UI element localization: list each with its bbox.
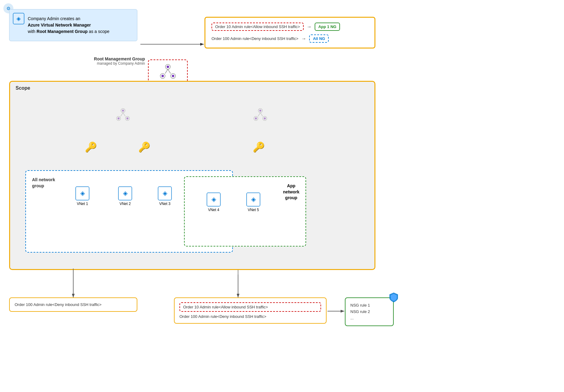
- svg-point-41: [118, 117, 120, 120]
- svg-line-31: [168, 69, 171, 74]
- svg-point-49: [255, 117, 257, 120]
- vnet4-item: ◈ VNet 4: [203, 192, 224, 212]
- key-icon-2: 🔑: [138, 141, 150, 153]
- nsg-rule1: NSG rule 1: [350, 302, 388, 309]
- app1-ng-badge: App 1 NG: [315, 23, 340, 31]
- svg-line-47: [260, 113, 263, 116]
- scope-label: Scope: [16, 85, 30, 91]
- svg-line-30: [165, 69, 168, 74]
- vnet5-icon: ◈: [246, 192, 261, 207]
- root-mg-icon: [157, 63, 179, 81]
- key-icon-1: 🔑: [85, 141, 97, 153]
- svg-point-34: [172, 75, 174, 77]
- vnet2-icon: ◈: [118, 186, 132, 201]
- svg-text:◈: ◈: [16, 16, 21, 22]
- rule2-text: Order 100 Admin rule<Deny inbound SSH tr…: [212, 36, 298, 41]
- vnet1-label: VNet 1: [72, 202, 93, 206]
- company-admin-text: Company Admin creates an Azure Virtual N…: [28, 16, 131, 35]
- svg-point-42: [126, 117, 128, 120]
- svg-point-48: [259, 110, 262, 112]
- scope-box: Scope: [9, 81, 375, 270]
- rule1-arrow: →: [307, 24, 312, 30]
- bottom-right-rule2-text: Order 100 Admin rule<Deny inbound SSH tr…: [179, 314, 266, 319]
- right-mg-svg: [251, 106, 269, 124]
- svg-point-50: [264, 117, 266, 120]
- svg-line-39: [123, 113, 125, 116]
- svg-text:◈: ◈: [163, 190, 168, 196]
- vnet5-label: VNet 5: [243, 208, 264, 212]
- company-admin-line1: Company Admin creates an: [28, 16, 80, 21]
- vnet3-item: ◈ VNet 3: [154, 186, 175, 206]
- svg-point-40: [122, 110, 124, 112]
- all-ng-badge: All NG: [309, 34, 329, 43]
- company-admin-bold2: Root Management Group: [37, 29, 88, 34]
- vnet4-label: VNet 4: [203, 208, 224, 212]
- bottom-right-rule1-text: Order 10 Admin rule<Allow inbound SSH tr…: [183, 305, 268, 309]
- company-admin-bold1: Azure Virtual Network Manager: [28, 23, 91, 27]
- top-rules-box: Order 10 Admin rule<Allow inbound SSH tr…: [204, 17, 375, 49]
- root-mg-sublabel: managed by Company Admin: [89, 61, 145, 66]
- azure-icon: ◈: [13, 13, 25, 25]
- rule-line-1: Order 10 Admin rule<Allow inbound SSH tr…: [212, 23, 368, 31]
- svg-text:◈: ◈: [251, 196, 256, 203]
- diagram-container: ⚙ ◈ Company Admin creates an Azure Virtu…: [0, 0, 564, 392]
- app-ng-box: Appnetworkgroup ◈ VNet 4 ◈ VNet 5: [184, 176, 306, 246]
- all-ng-label: All network group: [32, 177, 56, 189]
- bottom-right-rule1: Order 10 Admin rule<Allow inbound SSH tr…: [179, 302, 321, 312]
- company-admin-line2: with: [28, 29, 35, 34]
- vnet2-item: ◈ VNet 2: [114, 186, 136, 206]
- nsg-box: NSG rule 1 NSG rule 2 ...: [345, 297, 394, 326]
- rule1-text: Order 10 Admin rule<Allow inbound SSH tr…: [212, 23, 304, 31]
- svg-text:◈: ◈: [212, 196, 216, 203]
- key-icon-3: 🔑: [253, 141, 265, 153]
- rule2-arrow: →: [301, 36, 306, 41]
- bottom-left-rule-text: Order 100 Admin rule<Deny inbound SSH tr…: [15, 302, 101, 307]
- bottom-right-rule2: Order 100 Admin rule<Deny inbound SSH tr…: [179, 314, 321, 319]
- svg-line-38: [121, 113, 123, 116]
- bottom-right-rule-box: Order 10 Admin rule<Allow inbound SSH tr…: [174, 297, 327, 324]
- vnet5-item: ◈ VNet 5: [243, 192, 264, 212]
- bottom-left-rule-box: Order 100 Admin rule<Deny inbound SSH tr…: [9, 297, 137, 312]
- vnet4-icon: ◈: [206, 192, 221, 207]
- left-mg-icon: [114, 106, 132, 125]
- left-mg-svg: [114, 106, 132, 124]
- svg-line-46: [258, 113, 260, 116]
- app-ng-label: Appnetworkgroup: [283, 183, 299, 201]
- svg-text:◈: ◈: [123, 190, 128, 196]
- right-mg-icon: [251, 106, 269, 125]
- company-admin-line3: as a scope: [89, 29, 110, 34]
- vnet2-label: VNet 2: [114, 202, 136, 206]
- company-admin-box: ◈ Company Admin creates an Azure Virtual…: [9, 9, 137, 41]
- svg-point-33: [161, 75, 164, 77]
- nsg-shield-icon: [388, 292, 399, 305]
- root-mg-label-text: Root Management Group managed by Company…: [89, 56, 145, 66]
- vnet3-icon: ◈: [157, 186, 172, 201]
- vnet1-icon: ◈: [75, 186, 90, 201]
- svg-point-32: [167, 66, 169, 68]
- root-mg-name: Root Management Group: [89, 56, 145, 61]
- svg-text:◈: ◈: [80, 190, 85, 196]
- rule-line-2: Order 100 Admin rule<Deny inbound SSH tr…: [212, 34, 368, 43]
- nsg-rule2: NSG rule 2: [350, 309, 388, 315]
- vnet3-label: VNet 3: [154, 202, 175, 206]
- vnet1-item: ◈ VNet 1: [72, 186, 93, 206]
- nsg-more: ...: [350, 315, 388, 322]
